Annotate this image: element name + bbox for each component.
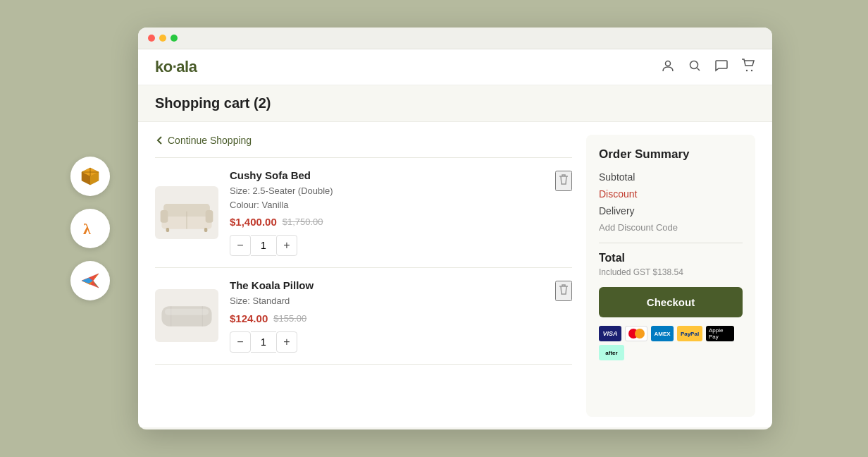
item-pricing-sofa: $1,400.00 $1,750.00	[230, 216, 544, 228]
box-icon	[80, 166, 101, 187]
item-variant-pillow: Size: Standard	[230, 294, 544, 308]
delete-item-sofa[interactable]	[555, 171, 572, 191]
svg-point-15	[746, 69, 748, 71]
sidebar-icon-lambda[interactable]: λ	[70, 209, 110, 248]
item-image-pillow	[155, 289, 218, 342]
item-controls-sofa: − 1 +	[230, 235, 544, 256]
sidebar-icon-box[interactable]	[70, 157, 110, 196]
svg-point-16	[751, 69, 752, 71]
item-pricing-pillow: $124.00 $155.00	[230, 312, 544, 324]
browser-window: ko·ala	[138, 28, 772, 429]
summary-row-discount: Discount	[599, 188, 743, 200]
item-price-current-sofa: $1,400.00	[230, 216, 277, 228]
chat-icon[interactable]	[714, 59, 728, 76]
discount-label: Discount	[599, 188, 637, 200]
qty-value-pillow: 1	[251, 331, 276, 353]
cart-items: Cushy Sofa Bed Size: 2.5-Seater (Double)…	[155, 157, 572, 365]
browser-dot-green	[170, 35, 178, 42]
delete-item-pillow[interactable]	[555, 281, 572, 301]
delivery-label: Delivery	[599, 205, 635, 217]
svg-rect-23	[204, 227, 207, 231]
subtotal-label: Subtotal	[599, 171, 635, 183]
svg-point-12	[666, 61, 671, 66]
applepay-icon: Apple Pay	[706, 326, 734, 341]
checkout-button[interactable]: Checkout	[599, 287, 743, 317]
gst-note: Included GST $138.54	[599, 267, 743, 277]
item-controls-pillow: − 1 +	[230, 331, 544, 353]
summary-row-subtotal: Subtotal	[599, 171, 743, 183]
site-header: ko·ala	[138, 49, 772, 85]
decrease-qty-sofa[interactable]: −	[230, 235, 251, 256]
lambda-icon: λ	[80, 219, 100, 238]
page-title: Shopping cart (2)	[155, 95, 271, 111]
main-content: Continue Shopping	[138, 122, 772, 427]
cart-panel: Continue Shopping	[155, 135, 572, 417]
browser-dot-red	[148, 35, 155, 42]
user-icon[interactable]	[661, 59, 675, 76]
continue-shopping-link[interactable]: Continue Shopping	[155, 135, 572, 146]
cart-icon[interactable]	[741, 59, 755, 76]
visa-icon: VISA	[599, 326, 621, 341]
paypal-icon: PayPal	[677, 326, 702, 341]
item-image-sofa	[155, 186, 218, 239]
site-logo: ko·ala	[155, 58, 197, 76]
increase-qty-pillow[interactable]: +	[276, 331, 297, 353]
svg-rect-22	[166, 227, 169, 231]
mastercard-icon	[625, 326, 647, 341]
svg-text:λ: λ	[83, 220, 91, 238]
item-price-original-sofa: $1,750.00	[283, 217, 323, 227]
pillow-svg	[159, 298, 215, 334]
afterpay-icon: after	[599, 345, 624, 360]
sidebar-icon-send[interactable]	[70, 261, 110, 300]
total-label: Total	[599, 252, 625, 264]
summary-row-delivery: Delivery	[599, 205, 743, 217]
amex-icon: AMEX	[651, 326, 674, 341]
svg-rect-20	[206, 210, 213, 223]
browser-dot-yellow	[159, 35, 166, 42]
payment-icons: VISA AMEX PayPal App	[599, 326, 743, 360]
svg-point-13	[690, 61, 698, 68]
sidebar-icons: λ	[70, 157, 110, 300]
svg-rect-19	[161, 210, 168, 223]
send-icon	[80, 271, 100, 291]
sofa-svg	[159, 192, 215, 234]
svg-rect-27	[165, 309, 209, 315]
summary-title: Order Summary	[599, 147, 743, 162]
item-name-sofa: Cushy Sofa Bed	[230, 169, 544, 181]
browser-chrome	[138, 28, 772, 49]
header-icons	[661, 59, 755, 76]
item-price-original-pillow: $155.00	[273, 313, 306, 324]
item-details-sofa: Cushy Sofa Bed Size: 2.5-Seater (Double)…	[230, 169, 544, 256]
cart-item: Cushy Sofa Bed Size: 2.5-Seater (Double)…	[155, 158, 572, 268]
chevron-left-icon	[155, 135, 165, 145]
svg-line-14	[698, 68, 700, 71]
increase-qty-sofa[interactable]: +	[276, 235, 297, 256]
item-price-current-pillow: $124.00	[230, 312, 268, 324]
cart-item-pillow: The Koala Pillow Size: Standard $124.00 …	[155, 268, 572, 365]
page-title-bar: Shopping cart (2)	[138, 85, 772, 122]
order-summary: Order Summary Subtotal Discount Delivery…	[586, 135, 755, 417]
browser-content: ko·ala	[138, 49, 772, 427]
qty-value-sofa: 1	[251, 235, 276, 256]
decrease-qty-pillow[interactable]: −	[230, 331, 251, 353]
search-icon[interactable]	[688, 59, 702, 76]
summary-divider	[599, 243, 743, 243]
add-discount-code-link[interactable]: Add Discount Code	[599, 222, 743, 233]
item-details-pillow: The Koala Pillow Size: Standard $124.00 …	[230, 279, 544, 353]
item-variant-sofa: Size: 2.5-Seater (Double) Colour: Vanill…	[230, 184, 544, 212]
summary-total-row: Total	[599, 252, 743, 264]
item-name-pillow: The Koala Pillow	[230, 279, 544, 291]
